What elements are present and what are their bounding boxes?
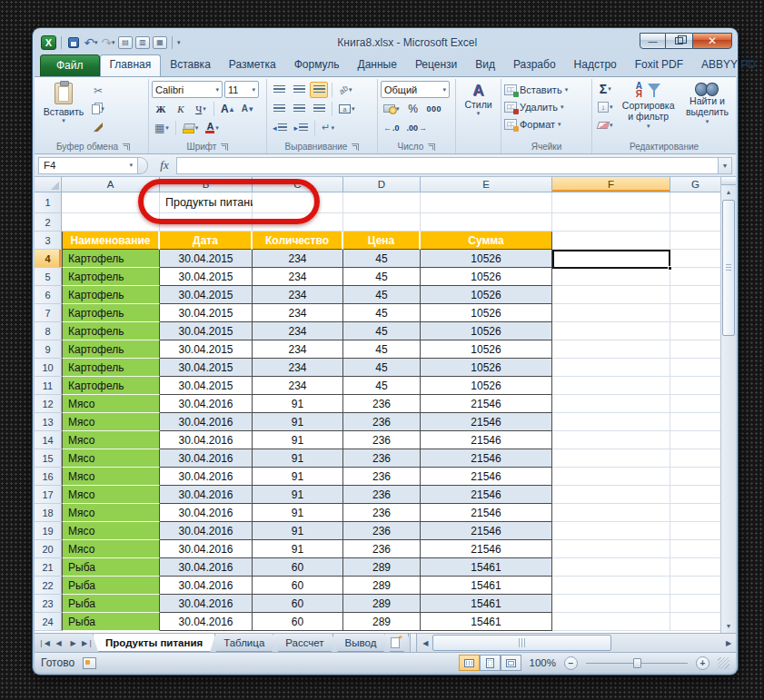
scroll-down-icon[interactable]: ▼ — [721, 619, 736, 633]
zoom-out-button[interactable]: − — [564, 656, 578, 670]
row-header[interactable]: 9 — [35, 340, 62, 359]
minimize-button[interactable]: — — [640, 33, 666, 49]
cell[interactable]: 30.04.2015 — [160, 359, 253, 377]
cell[interactable] — [552, 232, 670, 250]
merge-center-button[interactable]: a▾ — [336, 101, 358, 117]
vertical-scroll-thumb[interactable] — [722, 200, 735, 336]
close-button[interactable]: ✕ — [692, 33, 732, 49]
ribbon-tab[interactable]: Данные — [349, 54, 406, 76]
cell[interactable]: 289 — [343, 577, 421, 595]
expand-formula-bar-button[interactable]: ▼ — [718, 157, 732, 174]
cell[interactable]: 60 — [253, 558, 343, 577]
cell[interactable] — [552, 504, 670, 522]
row-header[interactable]: 4 — [35, 250, 62, 268]
font-color-button[interactable]: А▾ — [203, 120, 221, 136]
autosum-button[interactable]: Σ▾ — [595, 81, 616, 97]
cell[interactable]: 236 — [343, 449, 421, 468]
shrink-font-button[interactable]: А▾ — [238, 101, 256, 117]
ribbon-tab[interactable]: Вид — [466, 54, 504, 76]
cell[interactable] — [670, 304, 720, 322]
cell[interactable]: 91 — [253, 431, 343, 449]
cell[interactable]: 30.04.2015 — [160, 250, 253, 268]
cell[interactable]: 21546 — [421, 413, 552, 431]
cell[interactable]: Картофель — [62, 340, 160, 359]
cell[interactable]: 234 — [253, 377, 343, 395]
cell[interactable]: 289 — [343, 595, 421, 613]
normal-view-button[interactable] — [459, 655, 480, 671]
cell[interactable]: Сумма — [421, 232, 552, 250]
cell[interactable]: 21546 — [421, 449, 552, 468]
cell[interactable]: 30.04.2015 — [160, 304, 253, 322]
cell[interactable]: Дата — [160, 232, 253, 250]
cell[interactable] — [552, 268, 670, 286]
number-format-select[interactable]: Общий▾ — [381, 81, 450, 98]
name-box[interactable]: F4▾ — [38, 157, 138, 174]
cell[interactable]: Рыба — [62, 577, 160, 595]
name-box-splitter[interactable] — [138, 157, 148, 174]
align-center-button[interactable] — [290, 101, 308, 117]
window-view-button[interactable]: ▥ — [135, 36, 150, 49]
cell[interactable] — [552, 286, 670, 304]
ribbon-tab[interactable]: Рецензи — [406, 54, 466, 76]
scroll-up-icon[interactable]: ▲ — [721, 185, 736, 199]
cell[interactable]: 15461 — [421, 613, 552, 631]
cell[interactable] — [670, 522, 720, 540]
row-header[interactable]: 24 — [35, 613, 62, 631]
row-header[interactable]: 1 — [35, 192, 62, 213]
cell[interactable]: 30.04.2016 — [160, 595, 253, 613]
title-bar[interactable]: X ↶▾ ↷▾ ▤ ▥ ▦ ▾ Книга8.xlsx - Microsoft … — [33, 28, 738, 54]
ribbon-tab[interactable]: Разметка — [220, 54, 285, 76]
fill-button[interactable]: ↓▾ — [595, 99, 616, 115]
cell[interactable]: 10526 — [421, 340, 552, 359]
cell[interactable]: 236 — [343, 522, 421, 540]
cell[interactable] — [670, 213, 720, 232]
cell[interactable]: 30.04.2015 — [160, 340, 253, 359]
cell[interactable]: 21546 — [421, 540, 552, 558]
cell[interactable]: Картофель — [62, 359, 160, 377]
cell[interactable]: 21546 — [421, 395, 552, 413]
column-header[interactable]: D — [343, 177, 421, 192]
cell[interactable] — [670, 250, 720, 268]
sheet-tab[interactable]: Рассчет — [273, 634, 336, 652]
row-header[interactable]: 3 — [35, 232, 62, 250]
align-left-button[interactable] — [270, 101, 288, 117]
cell[interactable] — [552, 558, 670, 577]
dialog-launcher-icon[interactable] — [428, 143, 435, 151]
zoom-slider-thumb[interactable] — [633, 658, 641, 668]
ribbon-tab[interactable]: ABBYY PD — [692, 54, 764, 76]
cell[interactable]: 30.04.2015 — [160, 377, 253, 395]
grow-font-button[interactable]: А▴ — [218, 101, 236, 117]
cell[interactable] — [670, 413, 720, 431]
align-middle-button[interactable] — [290, 82, 308, 98]
copy-button[interactable]: ▾ — [89, 101, 107, 117]
cell[interactable] — [552, 213, 670, 232]
cell[interactable] — [552, 377, 670, 395]
cell[interactable]: 30.04.2016 — [160, 413, 253, 431]
insert-cells-button[interactable]: Вставить▾ — [504, 81, 589, 98]
row-header[interactable]: 22 — [35, 577, 62, 595]
row-header[interactable]: 18 — [35, 504, 62, 522]
sheet-tab[interactable]: Таблица — [211, 634, 277, 652]
cell[interactable]: 30.04.2016 — [160, 577, 253, 595]
page-layout-view-button[interactable] — [480, 655, 501, 671]
cell[interactable]: Количество — [253, 232, 343, 250]
cell[interactable]: 236 — [343, 468, 421, 486]
cell[interactable]: 45 — [343, 268, 421, 286]
resize-grip[interactable] — [718, 657, 729, 669]
ribbon-tab[interactable]: Главная — [100, 54, 162, 76]
cell[interactable]: 91 — [253, 468, 343, 486]
cell[interactable]: 236 — [343, 486, 421, 504]
cell[interactable] — [670, 286, 720, 304]
column-header[interactable]: G — [670, 177, 720, 192]
cell[interactable]: 10526 — [421, 359, 552, 377]
row-header[interactable]: 15 — [35, 449, 62, 468]
cell[interactable]: 30.04.2016 — [160, 468, 253, 486]
cell[interactable]: Картофель — [62, 377, 160, 395]
row-header[interactable]: 21 — [35, 558, 62, 577]
cell[interactable]: 234 — [253, 286, 343, 304]
preview-button[interactable]: ▤ — [118, 36, 133, 49]
cell[interactable] — [670, 468, 720, 486]
cell[interactable] — [552, 613, 670, 631]
cell[interactable]: Мясо — [62, 395, 160, 413]
ribbon-tab[interactable]: Формуль — [285, 54, 349, 76]
